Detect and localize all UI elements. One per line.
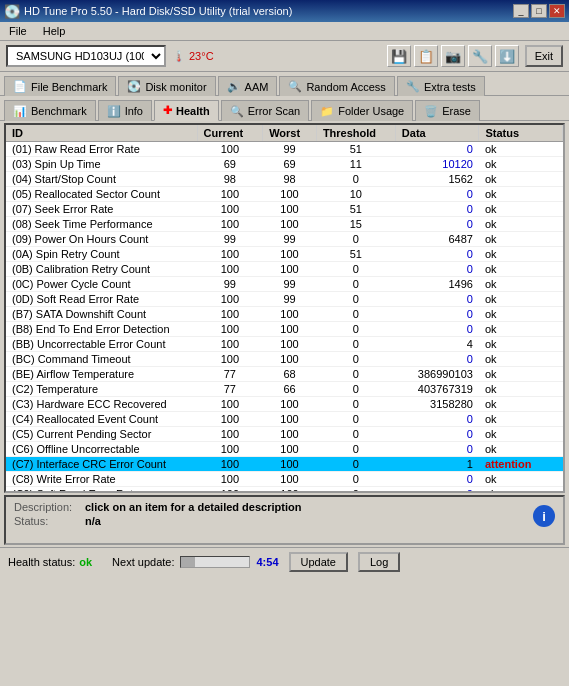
cell-worst: 100	[263, 322, 317, 337]
health-table-container[interactable]: ID Current Worst Threshold Data Status (…	[4, 123, 565, 493]
tab-disk-monitor[interactable]: 💽 Disk monitor	[118, 76, 215, 96]
menu-file[interactable]: File	[6, 24, 30, 38]
maximize-button[interactable]: □	[531, 4, 547, 18]
table-row[interactable]: (BE) Airflow Temperature 77 68 0 3869901…	[6, 367, 563, 382]
cell-worst: 66	[263, 382, 317, 397]
cell-data: 0	[395, 487, 479, 494]
tab-file-benchmark[interactable]: 📄 File Benchmark	[4, 76, 116, 96]
tab-folder-usage[interactable]: 📁 Folder Usage	[311, 100, 413, 121]
info-circle-icon[interactable]: i	[533, 505, 555, 527]
cell-current: 100	[197, 487, 263, 494]
table-row[interactable]: (05) Reallocated Sector Count 100 100 10…	[6, 187, 563, 202]
log-button[interactable]: Log	[358, 552, 400, 572]
status-label: Status:	[14, 515, 79, 527]
benchmark-icon: 📊	[13, 105, 27, 118]
cell-id: (07) Seek Error Rate	[6, 202, 197, 217]
cell-worst: 100	[263, 457, 317, 472]
table-row[interactable]: (07) Seek Error Rate 100 100 51 0 ok	[6, 202, 563, 217]
drive-select[interactable]: SAMSUNG HD103UJ (1000 gB)	[6, 45, 166, 67]
file-benchmark-icon: 📄	[13, 80, 27, 93]
header-id: ID	[6, 125, 197, 142]
table-row[interactable]: (C9) Soft Read Error Rate 100 100 0 0 ok	[6, 487, 563, 494]
exit-button[interactable]: Exit	[525, 45, 563, 67]
table-row[interactable]: (01) Raw Read Error Rate 100 99 51 0 ok	[6, 142, 563, 157]
download-icon-btn[interactable]: ⬇️	[495, 45, 519, 67]
table-row[interactable]: (C6) Offline Uncorrectable 100 100 0 0 o…	[6, 442, 563, 457]
minimize-button[interactable]: _	[513, 4, 529, 18]
table-row[interactable]: (C2) Temperature 77 66 0 403767319 ok	[6, 382, 563, 397]
cell-id: (B7) SATA Downshift Count	[6, 307, 197, 322]
table-row[interactable]: (04) Start/Stop Count 98 98 0 1562 ok	[6, 172, 563, 187]
table-row[interactable]: (C5) Current Pending Sector 100 100 0 0 …	[6, 427, 563, 442]
cell-worst: 100	[263, 307, 317, 322]
cell-status: ok	[479, 247, 563, 262]
cell-id: (09) Power On Hours Count	[6, 232, 197, 247]
tab-health[interactable]: ✚ Health	[154, 100, 219, 121]
cell-worst: 100	[263, 427, 317, 442]
cell-worst: 100	[263, 337, 317, 352]
header-data: Data	[395, 125, 479, 142]
cell-status: ok	[479, 307, 563, 322]
temperature-value: 23°C	[189, 50, 214, 62]
table-row[interactable]: (0B) Calibration Retry Count 100 100 0 0…	[6, 262, 563, 277]
tab-error-scan[interactable]: 🔍 Error Scan	[221, 100, 310, 121]
cell-current: 99	[197, 277, 263, 292]
cell-id: (0C) Power Cycle Count	[6, 277, 197, 292]
table-row[interactable]: (C4) Reallocated Event Count 100 100 0 0…	[6, 412, 563, 427]
cell-data: 0	[395, 247, 479, 262]
tab-erase[interactable]: 🗑️ Erase	[415, 100, 480, 121]
table-row[interactable]: (08) Seek Time Performance 100 100 15 0 …	[6, 217, 563, 232]
cell-id: (0A) Spin Retry Count	[6, 247, 197, 262]
status-value: n/a	[85, 515, 101, 527]
cell-current: 100	[197, 262, 263, 277]
header-status: Status	[479, 125, 563, 142]
cell-current: 98	[197, 172, 263, 187]
table-row[interactable]: (B8) End To End Error Detection 100 100 …	[6, 322, 563, 337]
cell-id: (BC) Command Timeout	[6, 352, 197, 367]
tab-extra-tests[interactable]: 🔧 Extra tests	[397, 76, 485, 96]
table-row[interactable]: (0D) Soft Read Error Rate 100 99 0 0 ok	[6, 292, 563, 307]
description-value: click on an item for a detailed descript…	[85, 501, 301, 513]
table-row[interactable]: (BC) Command Timeout 100 100 0 0 ok	[6, 352, 563, 367]
update-button[interactable]: Update	[289, 552, 348, 572]
cell-threshold: 0	[316, 337, 395, 352]
tab-aam[interactable]: 🔊 AAM	[218, 76, 278, 96]
disk-icon-btn[interactable]: 💾	[387, 45, 411, 67]
table-row[interactable]: (03) Spin Up Time 69 69 11 10120 ok	[6, 157, 563, 172]
cell-status: attention	[479, 457, 563, 472]
app-icon: 💽	[4, 4, 20, 19]
next-update-label: Next update:	[112, 556, 174, 568]
cell-id: (C8) Write Error Rate	[6, 472, 197, 487]
tab-random-access[interactable]: 🔍 Random Access	[279, 76, 394, 96]
cell-threshold: 0	[316, 487, 395, 494]
table-row[interactable]: (C8) Write Error Rate 100 100 0 0 ok	[6, 472, 563, 487]
cell-status: ok	[479, 142, 563, 157]
cell-current: 99	[197, 232, 263, 247]
cell-data: 4	[395, 337, 479, 352]
table-row[interactable]: (C3) Hardware ECC Recovered 100 100 0 31…	[6, 397, 563, 412]
table-row[interactable]: (BB) Uncorrectable Error Count 100 100 0…	[6, 337, 563, 352]
cell-status: ok	[479, 172, 563, 187]
cell-current: 77	[197, 367, 263, 382]
table-row[interactable]: (0A) Spin Retry Count 100 100 51 0 ok	[6, 247, 563, 262]
aam-icon: 🔊	[227, 80, 241, 93]
tab-info[interactable]: ℹ️ Info	[98, 100, 152, 121]
tools-icon-btn[interactable]: 🔧	[468, 45, 492, 67]
description-label: Description:	[14, 501, 79, 513]
cell-current: 100	[197, 142, 263, 157]
cell-data: 0	[395, 202, 479, 217]
close-button[interactable]: ✕	[549, 4, 565, 18]
cell-id: (0B) Calibration Retry Count	[6, 262, 197, 277]
table-row[interactable]: (B7) SATA Downshift Count 100 100 0 0 ok	[6, 307, 563, 322]
cell-worst: 100	[263, 487, 317, 494]
table-row[interactable]: (C7) Interface CRC Error Count 100 100 0…	[6, 457, 563, 472]
info-icon-btn[interactable]: 📋	[414, 45, 438, 67]
table-row[interactable]: (09) Power On Hours Count 99 99 0 6487 o…	[6, 232, 563, 247]
health-status-value: ok	[79, 556, 92, 568]
table-row[interactable]: (0C) Power Cycle Count 99 99 0 1496 ok	[6, 277, 563, 292]
tab-benchmark[interactable]: 📊 Benchmark	[4, 100, 96, 121]
camera-icon-btn[interactable]: 📷	[441, 45, 465, 67]
menu-help[interactable]: Help	[40, 24, 69, 38]
header-worst: Worst	[263, 125, 317, 142]
toolbar-icons: 💾 📋 📷 🔧 ⬇️	[387, 45, 519, 67]
